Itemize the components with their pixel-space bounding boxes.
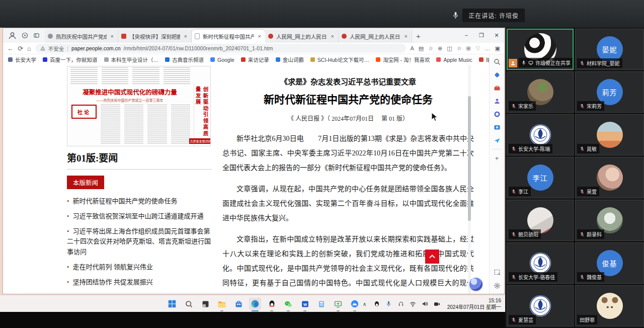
word-icon[interactable]: W bbox=[299, 298, 311, 310]
participant-tile[interactable]: 长安大学-陈瑞 bbox=[507, 114, 574, 155]
news-link[interactable]: 坚持团结协作 共促发展振兴 bbox=[73, 278, 153, 286]
participant-tile[interactable]: 长安大学-骆春佳 bbox=[507, 242, 574, 284]
tab-close-icon[interactable]: × bbox=[110, 33, 115, 39]
participant-tile[interactable]: 吴萱 bbox=[575, 157, 644, 198]
participant-tile[interactable]: 许培俊正在共享 bbox=[507, 29, 574, 70]
tray-volume-icon[interactable] bbox=[421, 300, 429, 308]
file-explorer-icon[interactable] bbox=[216, 298, 228, 310]
tray-microphone-icon[interactable] bbox=[385, 300, 393, 308]
news-list-item[interactable]: •习近平致信祝贺深圳至中山跨江通道建成开通 bbox=[67, 211, 212, 222]
participant-tile[interactable]: 晏妮材料学院_晏妮 bbox=[575, 29, 644, 70]
task-view-button[interactable] bbox=[199, 298, 211, 310]
minimize-button[interactable]: − bbox=[459, 28, 474, 43]
tray-qq-icon[interactable] bbox=[373, 300, 381, 308]
bookmark-item[interactable]: 本科生毕业设计（… bbox=[104, 56, 159, 63]
bookmark-item[interactable]: Apple Music bbox=[436, 57, 472, 63]
browser-tab[interactable]: 【央视快评】深刻把握新时代…× bbox=[118, 30, 192, 43]
tray-camera-icon[interactable] bbox=[433, 300, 441, 308]
qq-icon[interactable] bbox=[266, 298, 278, 310]
participant-tile[interactable]: 俊基魏俊基 bbox=[575, 242, 644, 284]
page-scrollbar[interactable] bbox=[468, 65, 471, 294]
sidebar-screenshot-icon[interactable] bbox=[493, 268, 501, 276]
read-aloud-icon[interactable]: A bbox=[410, 45, 414, 51]
sidebar-tools-icon[interactable] bbox=[493, 84, 501, 92]
tab-close-icon[interactable]: × bbox=[257, 33, 262, 39]
tray-headset-icon[interactable] bbox=[397, 300, 405, 308]
edge-browser-icon[interactable] bbox=[249, 298, 261, 310]
tab-close-icon[interactable]: × bbox=[330, 33, 335, 39]
more-icon[interactable]: … bbox=[485, 45, 491, 51]
participant-tile[interactable]: 颜录科 bbox=[575, 200, 644, 241]
sidebar-add-icon[interactable]: + bbox=[493, 154, 501, 162]
browser-tab[interactable]: 新时代新征程中国共产党的使命任…× bbox=[192, 30, 265, 43]
microsoft-store-icon[interactable] bbox=[232, 298, 245, 310]
tencent-meeting-icon[interactable] bbox=[349, 298, 361, 310]
bookmark-item[interactable]: 淘宝网 - 淘！我喜欢 bbox=[376, 56, 430, 63]
address-bar[interactable]: 不安全 | paper.people.com.cn/rmrb/html/2024… bbox=[35, 44, 407, 53]
home-button[interactable]: ⌂ bbox=[27, 45, 31, 52]
collections-icon[interactable]: ⊞ bbox=[466, 45, 471, 52]
profile-icon[interactable] bbox=[8, 31, 17, 40]
new-tab-button[interactable]: + bbox=[412, 32, 426, 43]
sidebar-shopping-icon[interactable] bbox=[493, 70, 501, 79]
participant-tile[interactable]: 宋家乐 bbox=[507, 71, 574, 113]
participant-tile[interactable]: 鲍贝骄阳 bbox=[507, 200, 574, 241]
participant-tile[interactable]: 田野菲 bbox=[575, 285, 644, 326]
sidebar-m365-icon[interactable] bbox=[493, 110, 501, 118]
bookmark-item[interactable]: 金山词霸 bbox=[276, 56, 304, 63]
participant-tile[interactable]: 李江李江 bbox=[507, 157, 574, 198]
tab-close-icon[interactable]: × bbox=[404, 33, 409, 39]
participant-tile[interactable]: 莉芳宋莉芳 bbox=[575, 71, 644, 113]
taskbar-search-button[interactable] bbox=[183, 298, 195, 310]
close-button[interactable]: ✕ bbox=[489, 28, 504, 43]
news-link[interactable]: 习近平致信祝贺深圳至中山跨江通道建成开通 bbox=[73, 212, 204, 220]
news-link[interactable]: 新时代新征程中国共产党的使命任务 bbox=[73, 197, 178, 205]
news-list-item[interactable]: •凝聚推进中国式现代化的磅礴力量（社论） bbox=[67, 292, 212, 294]
split-screen-icon[interactable]: ◫ bbox=[447, 45, 452, 52]
news-list-item[interactable]: •习近平将出席上海合作组织成员国元首理事会第二十四次会议并对哈萨克斯坦、塔吉克斯… bbox=[67, 226, 212, 258]
tray-wifi-icon[interactable] bbox=[409, 300, 417, 308]
news-list-item[interactable]: •坚持团结协作 共促发展振兴 bbox=[67, 277, 212, 288]
screen-share-icon[interactable] bbox=[332, 298, 344, 310]
workspaces-icon[interactable] bbox=[22, 32, 28, 39]
tab-close-icon[interactable]: × bbox=[183, 33, 188, 39]
back-button[interactable]: ← bbox=[7, 45, 14, 52]
browser-essentials-icon[interactable]: ♡ bbox=[475, 45, 480, 52]
favorite-star-icon[interactable]: ☆ bbox=[428, 45, 433, 52]
newspaper-page-thumbnail[interactable]: 凝聚推进中国式现代化的磅礴力量 ——热烈庆祝中国共产党成立一百零三周年 社论 创… bbox=[67, 66, 211, 146]
news-list-item[interactable]: •新时代新征程中国共产党的使命任务 bbox=[67, 196, 212, 207]
sidebar-toggle-icon[interactable]: ▣ bbox=[495, 45, 500, 52]
browser-tab[interactable]: 热烈庆祝中国共产党成立103周…× bbox=[45, 30, 118, 43]
news-list-item[interactable]: •走在时代前列 领航复兴伟业 bbox=[67, 262, 212, 273]
bookmark-item[interactable]: 古典音乐频道 bbox=[165, 56, 204, 63]
browser-tab[interactable]: 人民网_网上的人民日报× bbox=[265, 30, 339, 43]
bookmark-item[interactable]: Google bbox=[210, 57, 234, 63]
bookmark-item[interactable]: 瑞可仕(宁波)科技有… bbox=[479, 56, 489, 63]
sidebar-games-icon[interactable] bbox=[493, 97, 501, 105]
browser-tab[interactable]: 人民网_网上的人民日报× bbox=[339, 30, 412, 43]
sidebar-search-icon[interactable] bbox=[493, 57, 501, 66]
bookmark-item[interactable]: 百度一下，你就知道 bbox=[43, 56, 98, 63]
reading-list-icon[interactable]: ▤ bbox=[419, 45, 424, 52]
news-link[interactable]: 凝聚推进中国式现代化的磅礴力量（社论） bbox=[73, 293, 197, 294]
bookmark-item[interactable]: SCI-Hub论文下载可… bbox=[310, 56, 369, 63]
participant-tile[interactable]: 晁敏 bbox=[575, 114, 644, 155]
tray-expand-icon[interactable]: ∧ bbox=[361, 300, 369, 308]
calculator-icon[interactable] bbox=[315, 298, 328, 310]
back-to-top-button[interactable] bbox=[425, 250, 439, 264]
bookmark-item[interactable]: 长安大学 bbox=[8, 56, 36, 63]
sidebar-settings-icon[interactable] bbox=[493, 281, 501, 290]
refresh-button[interactable]: ⟳ bbox=[18, 45, 23, 52]
wechat-icon[interactable] bbox=[282, 298, 294, 310]
floating-assistant-widget[interactable] bbox=[469, 278, 482, 291]
news-link[interactable]: 走在时代前列 领航复兴伟业 bbox=[73, 263, 153, 271]
bookmark-item[interactable]: 来访记录 bbox=[241, 56, 269, 63]
tab-actions-icon[interactable] bbox=[33, 32, 40, 39]
translate-icon[interactable]: ⊕ bbox=[438, 45, 442, 52]
scrollbar-thumb[interactable] bbox=[468, 96, 471, 221]
restore-button[interactable]: ❐ bbox=[474, 28, 489, 43]
favorites-icon[interactable]: ☆ bbox=[457, 45, 462, 52]
sidebar-bird-icon[interactable] bbox=[493, 136, 501, 144]
participant-tile[interactable]: 夏慧芸 bbox=[507, 285, 574, 326]
sidebar-designer-icon[interactable] bbox=[493, 123, 501, 131]
